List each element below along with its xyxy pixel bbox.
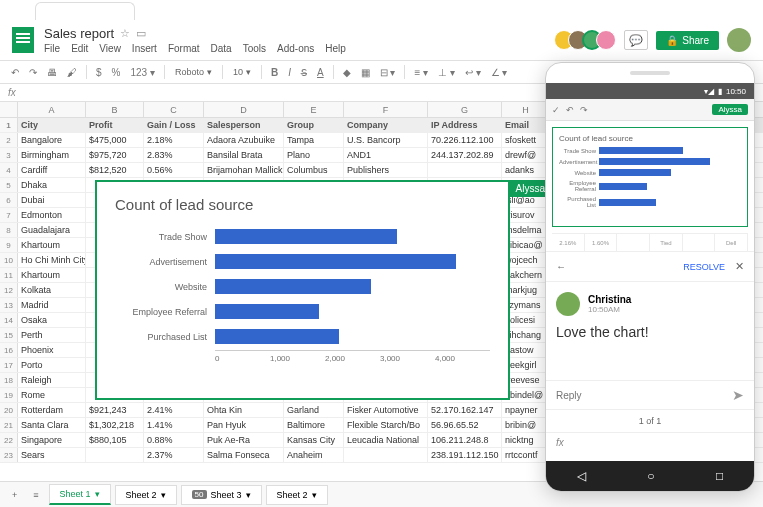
row-number[interactable]: 11 — [0, 268, 18, 282]
reply-input[interactable] — [556, 390, 732, 401]
cell[interactable]: 244.137.202.89 — [428, 148, 502, 162]
halign-icon[interactable]: ≡ ▾ — [411, 65, 431, 80]
cell[interactable]: Raleigh — [18, 373, 86, 387]
cell[interactable]: Columbus — [284, 163, 344, 177]
sheet-tab[interactable]: 50Sheet 3 ▾ — [181, 485, 262, 505]
row-number[interactable]: 3 — [0, 148, 18, 162]
cell[interactable]: Rome — [18, 388, 86, 402]
col-header[interactable]: D — [204, 102, 284, 117]
cell[interactable]: adanks — [502, 163, 550, 177]
cell[interactable]: Perth — [18, 328, 86, 342]
cell[interactable]: Guadalajara — [18, 223, 86, 237]
recent-nav-icon[interactable]: □ — [716, 469, 723, 483]
cell[interactable]: Bangalore — [18, 133, 86, 147]
row-number[interactable]: 1 — [0, 118, 18, 132]
row-number[interactable]: 14 — [0, 313, 18, 327]
phone-formula-bar[interactable]: fx — [546, 432, 754, 452]
cell[interactable]: rrtccontf — [502, 448, 550, 462]
col-header[interactable]: A — [18, 102, 86, 117]
menu-item[interactable]: Data — [211, 43, 232, 54]
close-icon[interactable]: ✕ — [735, 260, 744, 273]
cell[interactable]: Kolkata — [18, 283, 86, 297]
cell[interactable]: 70.226.112.100 — [428, 133, 502, 147]
cell[interactable]: Kansas City — [284, 433, 344, 447]
cell[interactable]: Publishers — [344, 163, 428, 177]
row-number[interactable]: 5 — [0, 178, 18, 192]
cell[interactable]: Flexible Starch/Bo — [344, 418, 428, 432]
italic-icon[interactable]: I — [285, 65, 294, 80]
cell[interactable]: 0.56% — [144, 163, 204, 177]
star-icon[interactable]: ☆ — [120, 27, 130, 40]
all-sheets-button[interactable]: ≡ — [27, 486, 44, 504]
cell[interactable]: Baltimore — [284, 418, 344, 432]
row-number[interactable]: 21 — [0, 418, 18, 432]
comments-button[interactable]: 💬 — [624, 30, 648, 50]
cell[interactable]: Ohta Kin — [204, 403, 284, 417]
cell[interactable]: Khartoum — [18, 238, 86, 252]
undo-icon[interactable]: ↶ — [566, 105, 574, 115]
cell[interactable]: 2.37% — [144, 448, 204, 462]
cell[interactable]: Salesperson — [204, 118, 284, 132]
cell[interactable]: Anaheim — [284, 448, 344, 462]
wrap-icon[interactable]: ↩ ▾ — [462, 65, 484, 80]
row-number[interactable]: 8 — [0, 223, 18, 237]
col-header[interactable]: G — [428, 102, 502, 117]
cell[interactable]: Khartoum — [18, 268, 86, 282]
cell[interactable] — [86, 448, 144, 462]
back-icon[interactable]: ← — [556, 261, 566, 272]
menu-item[interactable]: View — [99, 43, 121, 54]
cell[interactable] — [428, 163, 502, 177]
cell[interactable]: City — [18, 118, 86, 132]
cell[interactable]: npayner — [502, 403, 550, 417]
cell[interactable] — [344, 448, 428, 462]
row-number[interactable]: 16 — [0, 343, 18, 357]
row-number[interactable]: 9 — [0, 238, 18, 252]
cell[interactable]: Salma Fonseca — [204, 448, 284, 462]
row-number[interactable]: 19 — [0, 388, 18, 402]
row-number[interactable]: 17 — [0, 358, 18, 372]
row-number[interactable]: 15 — [0, 328, 18, 342]
currency-icon[interactable]: $ — [93, 65, 105, 80]
send-icon[interactable]: ➤ — [732, 387, 744, 403]
cell[interactable]: Madrid — [18, 298, 86, 312]
cell[interactable]: Osaka — [18, 313, 86, 327]
cell[interactable]: Tampa — [284, 133, 344, 147]
cell[interactable]: sfoskett — [502, 133, 550, 147]
cell[interactable]: nicktng — [502, 433, 550, 447]
share-button[interactable]: 🔒Share — [656, 31, 719, 50]
cell[interactable]: Edmonton — [18, 208, 86, 222]
row-number[interactable]: 13 — [0, 298, 18, 312]
cell[interactable]: Profit — [86, 118, 144, 132]
undo-icon[interactable]: ↶ — [8, 65, 22, 80]
cell[interactable]: Plano — [284, 148, 344, 162]
cell[interactable]: Dubai — [18, 193, 86, 207]
row-number[interactable]: 12 — [0, 283, 18, 297]
bold-icon[interactable]: B — [268, 65, 281, 80]
col-header[interactable]: F — [344, 102, 428, 117]
home-nav-icon[interactable]: ○ — [647, 469, 654, 483]
col-header[interactable]: C — [144, 102, 204, 117]
cell[interactable]: Email — [502, 118, 550, 132]
percent-icon[interactable]: % — [109, 65, 124, 80]
sheet-tab[interactable]: Sheet 1 ▾ — [49, 484, 111, 505]
doc-title[interactable]: Sales report — [44, 26, 114, 41]
text-color-icon[interactable]: A — [314, 65, 327, 80]
menu-item[interactable]: Help — [325, 43, 346, 54]
strike-icon[interactable]: S̶ — [298, 65, 310, 80]
cell[interactable]: 1.41% — [144, 418, 204, 432]
cell[interactable]: $1,302,218 — [86, 418, 144, 432]
rotate-icon[interactable]: ∠ ▾ — [488, 65, 511, 80]
cell[interactable]: $880,105 — [86, 433, 144, 447]
cell[interactable]: Fisker Automotive — [344, 403, 428, 417]
menu-item[interactable]: Format — [168, 43, 200, 54]
cell[interactable]: Birmingham — [18, 148, 86, 162]
cell[interactable]: Puk Ae-Ra — [204, 433, 284, 447]
cell[interactable]: $975,720 — [86, 148, 144, 162]
row-number[interactable]: 18 — [0, 373, 18, 387]
cell[interactable]: Group — [284, 118, 344, 132]
menu-item[interactable]: Insert — [132, 43, 157, 54]
row-number[interactable]: 22 — [0, 433, 18, 447]
cell[interactable]: Company — [344, 118, 428, 132]
menu-item[interactable]: Add-ons — [277, 43, 314, 54]
collaborator-avatars[interactable] — [560, 30, 616, 50]
